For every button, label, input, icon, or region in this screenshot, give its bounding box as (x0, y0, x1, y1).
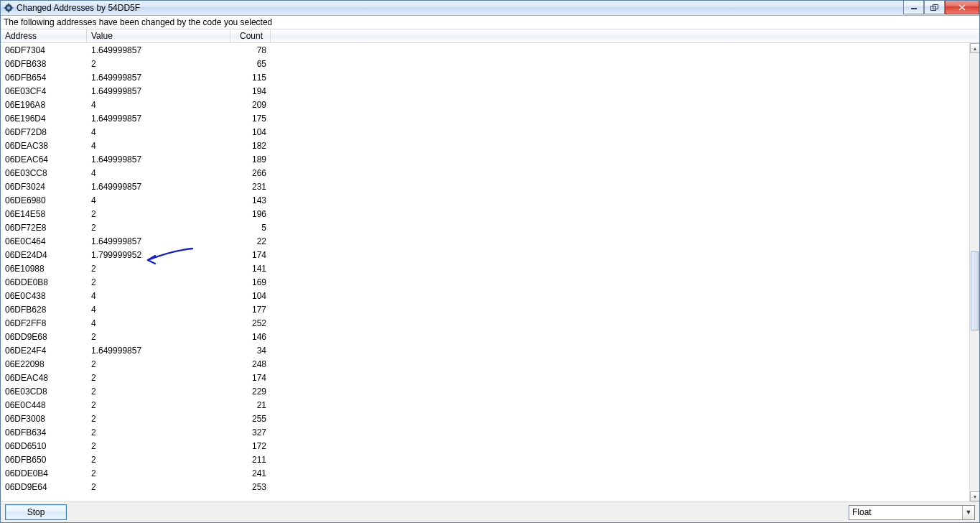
scroll-up-button[interactable]: ▴ (970, 43, 979, 53)
table-row[interactable]: 06E03CF41.649999857194 (1, 84, 969, 98)
table-row[interactable]: 06E14E582196 (1, 207, 969, 221)
table-row[interactable]: 06DD9E642253 (1, 480, 969, 494)
table-row[interactable]: 06E0C448221 (1, 398, 969, 412)
value-type-select[interactable]: Float ▼ (849, 505, 975, 520)
table-row[interactable]: 06DE24F41.64999985734 (1, 343, 969, 357)
table-row[interactable]: 06DEAC641.649999857189 (1, 152, 969, 166)
cell-address: 06DEAC64 (1, 154, 87, 165)
cell-address: 06E03CD8 (1, 387, 87, 397)
cell-address: 06DF72E8 (1, 223, 87, 233)
cell-address: 06DE24D4 (1, 250, 87, 260)
scroll-down-button[interactable]: ▾ (970, 491, 979, 501)
cell-count: 182 (230, 141, 271, 151)
column-header-address[interactable]: Address (1, 29, 87, 42)
table-row[interactable]: 06DEAC384182 (1, 139, 969, 152)
table-row[interactable]: 06DEAC482174 (1, 371, 969, 384)
cell-count: 253 (230, 482, 271, 492)
vertical-scrollbar[interactable]: ▴ ▾ (969, 43, 979, 501)
scroll-thumb[interactable] (971, 251, 979, 330)
table-row[interactable]: 06DE69804143 (1, 193, 969, 207)
cell-value: 2 (87, 277, 230, 287)
description-label: The following addresses have been change… (1, 16, 979, 29)
cell-address: 06DFB628 (1, 305, 87, 315)
cell-count: 231 (230, 182, 271, 192)
table-row[interactable]: 06DF73041.64999985778 (1, 43, 969, 57)
cell-address: 06E196A8 (1, 100, 87, 110)
cell-count: 175 (230, 114, 271, 124)
cell-value: 1.649999857 (87, 45, 230, 55)
table-row[interactable]: 06E03CD82229 (1, 384, 969, 398)
cell-value: 4 (87, 127, 230, 137)
cell-value: 2 (87, 482, 230, 492)
table-row[interactable]: 06DFB6284177 (1, 302, 969, 316)
table-row[interactable]: 06DF30082255 (1, 412, 969, 425)
cell-address: 06DD9E68 (1, 332, 87, 342)
cell-value: 2 (87, 59, 230, 69)
cell-value: 2 (87, 223, 230, 233)
cell-count: 255 (230, 414, 271, 424)
stop-button[interactable]: Stop (5, 504, 67, 520)
cell-count: 141 (230, 264, 271, 274)
table-row[interactable]: 06DFB6541.649999857115 (1, 70, 969, 84)
cell-value: 2 (87, 332, 230, 342)
cell-count: 172 (230, 441, 271, 451)
table-row[interactable]: 06DF72D84104 (1, 125, 969, 139)
cell-value: 2 (87, 264, 230, 274)
minimize-button[interactable] (903, 1, 924, 14)
app-icon (4, 3, 14, 13)
cell-address: 06DEAC48 (1, 373, 87, 383)
table-row[interactable]: 06DDE0B82169 (1, 275, 969, 289)
table-row[interactable]: 06DF2FF84252 (1, 316, 969, 330)
table-body[interactable]: 06DF73041.6499998577806DFB63826506DFB654… (1, 43, 969, 501)
table-row[interactable]: 06DE24D41.799999952174 (1, 248, 969, 262)
column-header-value[interactable]: Value (87, 29, 230, 42)
table-row[interactable]: 06E196D41.649999857175 (1, 111, 969, 125)
cell-count: 169 (230, 277, 271, 287)
table-row[interactable]: 06E0C4641.64999985722 (1, 234, 969, 248)
cell-address: 06DDE0B8 (1, 277, 87, 287)
cell-value: 1.649999857 (87, 346, 230, 356)
cell-address: 06DF3024 (1, 182, 87, 192)
cell-count: 189 (230, 154, 271, 165)
table-row[interactable]: 06E109882141 (1, 262, 969, 275)
table-row[interactable]: 06DF72E825 (1, 221, 969, 234)
table-row[interactable]: 06E0C4384104 (1, 289, 969, 302)
table-row[interactable]: 06DDE0B42241 (1, 466, 969, 480)
stop-button-label: Stop (27, 507, 45, 517)
cell-count: 248 (230, 359, 271, 369)
table-row[interactable]: 06E196A84209 (1, 98, 969, 111)
table-row[interactable]: 06DD9E682146 (1, 330, 969, 343)
cell-count: 78 (230, 45, 271, 55)
table-row[interactable]: 06DFB6342327 (1, 425, 969, 439)
table-row[interactable]: 06E03CC84266 (1, 166, 969, 180)
table-row[interactable]: 06DFB6502211 (1, 453, 969, 466)
close-button[interactable] (945, 1, 979, 14)
cell-address: 06DFB654 (1, 73, 87, 83)
titlebar[interactable]: Changed Addresses by 54DD5F (1, 1, 979, 16)
cell-value: 1.649999857 (87, 114, 230, 124)
cell-value: 4 (87, 305, 230, 315)
svg-rect-6 (911, 8, 917, 9)
cell-count: 143 (230, 195, 271, 205)
minimize-icon (910, 4, 918, 10)
cell-count: 177 (230, 305, 271, 315)
cell-address: 06DFB638 (1, 59, 87, 69)
column-header-count[interactable]: Count (230, 29, 271, 42)
cell-value: 4 (87, 195, 230, 205)
cell-count: 65 (230, 59, 271, 69)
cell-count: 241 (230, 468, 271, 478)
cell-value: 2 (87, 209, 230, 219)
cell-count: 174 (230, 373, 271, 383)
cell-count: 327 (230, 427, 271, 438)
table-row[interactable]: 06DD65102172 (1, 439, 969, 453)
cell-address: 06DFB634 (1, 427, 87, 438)
cell-address: 06DFB650 (1, 455, 87, 465)
cell-count: 115 (230, 73, 271, 83)
cell-value: 4 (87, 141, 230, 151)
app-window: Changed Addresses by 54DD5F The followin… (0, 0, 980, 523)
cell-address: 06DE24F4 (1, 346, 87, 356)
table-row[interactable]: 06E220982248 (1, 357, 969, 371)
table-row[interactable]: 06DFB638265 (1, 57, 969, 70)
table-row[interactable]: 06DF30241.649999857231 (1, 180, 969, 193)
maximize-button[interactable] (924, 1, 945, 14)
